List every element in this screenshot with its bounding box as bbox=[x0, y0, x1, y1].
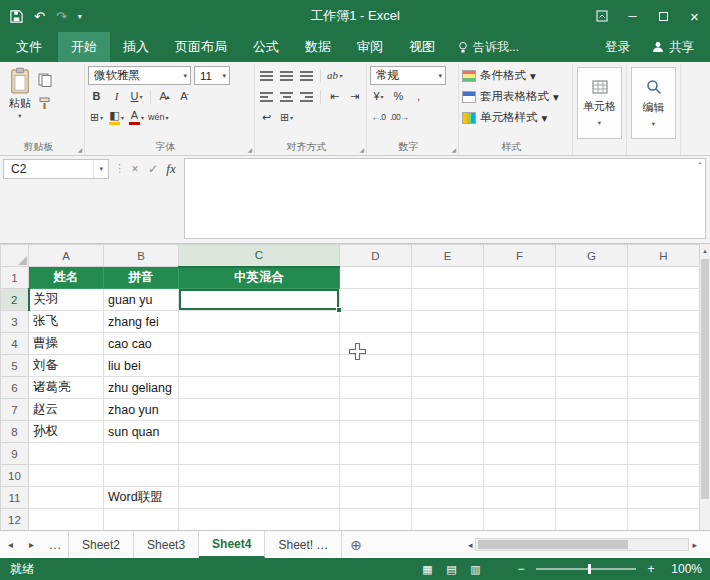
cell-E6[interactable] bbox=[412, 377, 484, 399]
cell-G7[interactable] bbox=[556, 399, 628, 421]
cell-E5[interactable] bbox=[412, 355, 484, 377]
format-as-table-button[interactable]: 套用表格格式 ▾ bbox=[462, 86, 569, 107]
cell-B8[interactable]: sun quan bbox=[104, 421, 179, 443]
cell-A8[interactable]: 孙权 bbox=[29, 421, 104, 443]
col-header-H[interactable]: H bbox=[628, 245, 700, 267]
align-center-button[interactable] bbox=[278, 88, 295, 106]
cell-F11[interactable] bbox=[484, 487, 556, 509]
italic-button[interactable]: I bbox=[108, 88, 125, 106]
vertical-scrollbar[interactable]: ▴ bbox=[699, 244, 710, 530]
cell-B9[interactable] bbox=[104, 443, 179, 465]
minimize-button[interactable]: ─ bbox=[617, 0, 648, 32]
formula-bar-splitter[interactable]: ⋮ bbox=[114, 162, 125, 175]
cell-G2[interactable] bbox=[556, 289, 628, 311]
underline-button[interactable]: U▾ bbox=[128, 88, 145, 106]
cell-E11[interactable] bbox=[412, 487, 484, 509]
row-header-12[interactable]: 12 bbox=[1, 509, 29, 531]
col-header-E[interactable]: E bbox=[412, 245, 484, 267]
row-header-8[interactable]: 8 bbox=[1, 421, 29, 443]
format-painter-button[interactable] bbox=[36, 94, 53, 112]
sheet-tab-truncated[interactable]: Sheet! … bbox=[265, 531, 342, 558]
cell-D12[interactable] bbox=[340, 509, 412, 531]
cell-E10[interactable] bbox=[412, 465, 484, 487]
col-header-F[interactable]: F bbox=[484, 245, 556, 267]
align-left-button[interactable] bbox=[258, 88, 275, 106]
cell-H11[interactable] bbox=[628, 487, 700, 509]
cell-B1[interactable]: 拼音 bbox=[104, 267, 179, 289]
sign-in-button[interactable]: 登录 bbox=[595, 39, 640, 56]
sheet-list-button[interactable]: … bbox=[42, 531, 68, 558]
undo-button[interactable]: ↶ bbox=[34, 9, 45, 24]
qat-customize-button[interactable]: ▾ bbox=[78, 12, 82, 21]
sheet-nav-left-button[interactable]: ◂ bbox=[0, 531, 21, 558]
redo-button[interactable]: ↷ bbox=[56, 9, 67, 24]
row-header-1[interactable]: 1 bbox=[1, 267, 29, 289]
decrease-decimal-button[interactable]: .00→ bbox=[390, 109, 408, 127]
cell-E8[interactable] bbox=[412, 421, 484, 443]
cell-H10[interactable] bbox=[628, 465, 700, 487]
row-header-10[interactable]: 10 bbox=[1, 465, 29, 487]
bold-button[interactable]: B bbox=[88, 88, 105, 106]
increase-font-size-button[interactable]: A▴ bbox=[156, 88, 173, 106]
sheet-tab-sheet2[interactable]: Sheet2 bbox=[68, 531, 134, 558]
paste-button[interactable]: 粘贴 ▾ bbox=[4, 65, 36, 120]
share-button[interactable]: 共享 bbox=[644, 39, 702, 56]
new-sheet-button[interactable]: ⊕ bbox=[342, 531, 370, 558]
row-header-11[interactable]: 11 bbox=[1, 487, 29, 509]
number-format-dropdown-icon[interactable]: ▾ bbox=[435, 72, 445, 80]
cell-G8[interactable] bbox=[556, 421, 628, 443]
tell-me-box[interactable]: 告诉我... bbox=[458, 32, 519, 62]
conditional-formatting-button[interactable]: 条件格式 ▾ bbox=[462, 65, 569, 86]
scroll-right-icon[interactable]: ▸ bbox=[692, 540, 697, 550]
cell-F2[interactable] bbox=[484, 289, 556, 311]
cell-C2[interactable] bbox=[179, 289, 340, 311]
cell-C4[interactable] bbox=[179, 333, 340, 355]
horizontal-scrollbar-track[interactable] bbox=[475, 538, 689, 551]
page-layout-view-button[interactable]: ▤ bbox=[444, 563, 459, 576]
cell-H1[interactable] bbox=[628, 267, 700, 289]
zoom-level[interactable]: 100% bbox=[666, 562, 702, 576]
accounting-format-button[interactable]: ¥▾ bbox=[370, 88, 387, 106]
scroll-up-icon[interactable]: ▴ bbox=[700, 244, 710, 255]
zoom-slider-thumb[interactable] bbox=[588, 564, 591, 574]
cell-A1[interactable]: 姓名 bbox=[29, 267, 104, 289]
cell-F7[interactable] bbox=[484, 399, 556, 421]
cell-F6[interactable] bbox=[484, 377, 556, 399]
merge-center-button[interactable]: ⊞▾ bbox=[278, 109, 295, 127]
col-header-C[interactable]: C bbox=[179, 245, 340, 267]
close-button[interactable]: × bbox=[679, 0, 710, 32]
cell-F5[interactable] bbox=[484, 355, 556, 377]
wrap-text-button[interactable]: ↩ bbox=[258, 109, 275, 127]
copy-button[interactable] bbox=[36, 71, 53, 89]
cell-F3[interactable] bbox=[484, 311, 556, 333]
cell-B10[interactable] bbox=[104, 465, 179, 487]
col-header-G[interactable]: G bbox=[556, 245, 628, 267]
cell-E1[interactable] bbox=[412, 267, 484, 289]
insert-function-button[interactable]: fx bbox=[162, 160, 180, 178]
cell-A11[interactable] bbox=[29, 487, 104, 509]
cell-C7[interactable] bbox=[179, 399, 340, 421]
font-name-dropdown-icon[interactable]: ▾ bbox=[180, 72, 190, 80]
cell-F12[interactable] bbox=[484, 509, 556, 531]
clipboard-dialog-launcher[interactable]: ◢ bbox=[77, 146, 82, 153]
alignment-dialog-launcher[interactable]: ◢ bbox=[359, 146, 364, 153]
font-color-button[interactable]: A▾ bbox=[128, 109, 145, 127]
number-format-combo[interactable]: 常规 ▾ bbox=[370, 66, 446, 85]
row-header-5[interactable]: 5 bbox=[1, 355, 29, 377]
col-header-D[interactable]: D bbox=[340, 245, 412, 267]
cell-A5[interactable]: 刘备 bbox=[29, 355, 104, 377]
cell-B3[interactable]: zhang fei bbox=[104, 311, 179, 333]
tab-data[interactable]: 数据 bbox=[292, 32, 344, 62]
cell-G9[interactable] bbox=[556, 443, 628, 465]
font-size-combo[interactable]: 11 ▾ bbox=[194, 66, 230, 85]
cell-B4[interactable]: cao cao bbox=[104, 333, 179, 355]
align-right-button[interactable] bbox=[298, 88, 315, 106]
cell-B11[interactable]: Word联盟 bbox=[104, 487, 179, 509]
cell-D11[interactable] bbox=[340, 487, 412, 509]
ribbon-display-options-button[interactable] bbox=[586, 0, 617, 32]
cell-G5[interactable] bbox=[556, 355, 628, 377]
cell-B5[interactable]: liu bei bbox=[104, 355, 179, 377]
cell-F10[interactable] bbox=[484, 465, 556, 487]
cancel-button[interactable]: × bbox=[126, 160, 144, 178]
orientation-button[interactable]: ab▾ bbox=[326, 67, 343, 85]
